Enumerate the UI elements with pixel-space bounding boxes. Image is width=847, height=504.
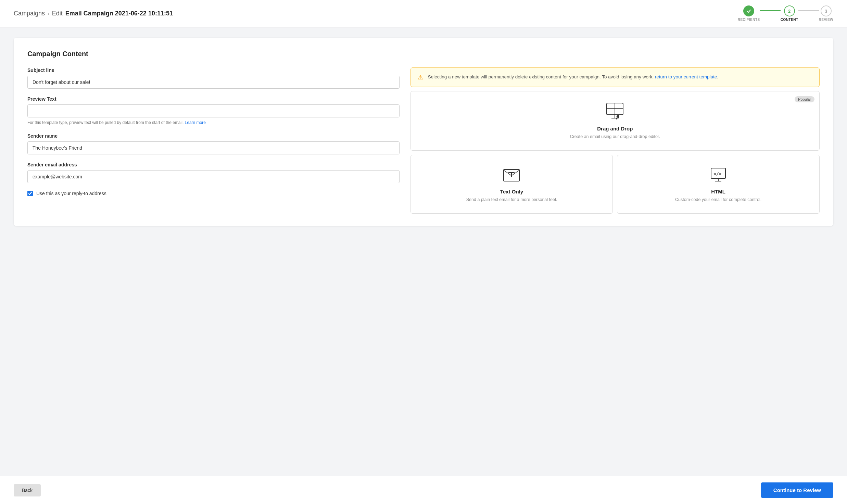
breadcrumb-prefix: Edit bbox=[52, 10, 63, 17]
breadcrumb-separator: › bbox=[48, 11, 49, 16]
step-circle-2: 2 bbox=[784, 5, 795, 16]
step-label-3: REVIEW bbox=[819, 18, 833, 22]
breadcrumb: Campaigns › Edit Email Campaign 2021-06-… bbox=[14, 10, 173, 17]
template-html[interactable]: </> HTML Custom-code your email for comp… bbox=[617, 155, 820, 214]
step-connector-1 bbox=[760, 10, 781, 11]
step-review: 3 REVIEW bbox=[819, 5, 833, 22]
step-circle-1 bbox=[743, 5, 754, 16]
warning-icon: ⚠ bbox=[418, 74, 423, 81]
stepper: RECIPIENTS 2 CONTENT 3 REVIEW bbox=[738, 5, 833, 22]
sender-name-group: Sender name bbox=[27, 133, 400, 154]
warning-banner: ⚠ Selecting a new template will permanen… bbox=[410, 67, 820, 87]
sender-email-group: Sender email address bbox=[27, 162, 400, 183]
sender-name-input[interactable] bbox=[27, 141, 400, 154]
campaign-content-card: Campaign Content Subject line Preview Te… bbox=[14, 38, 833, 226]
step-recipients: RECIPIENTS bbox=[738, 5, 760, 22]
header: Campaigns › Edit Email Campaign 2021-06-… bbox=[0, 0, 847, 27]
left-column: Subject line Preview Text For this templ… bbox=[27, 67, 400, 214]
step-circle-3: 3 bbox=[821, 5, 832, 16]
content-grid: Subject line Preview Text For this templ… bbox=[27, 67, 820, 214]
preview-text-hint: For this template type, preview text wil… bbox=[27, 119, 400, 126]
step-content: 2 CONTENT bbox=[781, 5, 798, 22]
drag-drop-icon bbox=[604, 102, 626, 121]
learn-more-link[interactable]: Learn more bbox=[185, 120, 206, 125]
subject-line-input[interactable] bbox=[27, 76, 400, 89]
step-connector-2 bbox=[798, 10, 819, 11]
preview-text-label: Preview Text bbox=[27, 96, 400, 102]
template-cards-row: Text Only Send a plain text email for a … bbox=[410, 155, 820, 214]
reply-to-checkbox-row: Use this as your reply-to address bbox=[27, 191, 400, 196]
preview-text-group: Preview Text For this template type, pre… bbox=[27, 96, 400, 126]
preview-text-input[interactable] bbox=[27, 104, 400, 117]
template-text-only[interactable]: Text Only Send a plain text email for a … bbox=[410, 155, 613, 214]
svg-text:</>: </> bbox=[713, 171, 722, 176]
card-title: Campaign Content bbox=[27, 50, 820, 58]
text-only-desc: Send a plain text email for a more perso… bbox=[466, 197, 557, 203]
subject-line-label: Subject line bbox=[27, 67, 400, 73]
svg-rect-7 bbox=[511, 173, 512, 177]
back-button[interactable]: Back bbox=[14, 484, 41, 496]
popular-badge: Popular bbox=[795, 96, 814, 102]
drag-drop-desc: Create an email using our drag-and-drop … bbox=[570, 134, 660, 140]
svg-rect-6 bbox=[508, 172, 515, 173]
right-column: ⚠ Selecting a new template will permanen… bbox=[410, 67, 820, 214]
html-desc: Custom-code your email for complete cont… bbox=[675, 197, 761, 203]
step-label-1: RECIPIENTS bbox=[738, 18, 760, 22]
sender-email-label: Sender email address bbox=[27, 162, 400, 167]
text-only-icon bbox=[502, 165, 521, 184]
subject-line-group: Subject line bbox=[27, 67, 400, 89]
sender-name-label: Sender name bbox=[27, 133, 400, 139]
html-name: HTML bbox=[711, 189, 725, 194]
return-template-link[interactable]: return to your current template bbox=[655, 74, 717, 79]
footer: Back Continue to Review bbox=[0, 476, 847, 504]
continue-to-review-button[interactable]: Continue to Review bbox=[761, 482, 833, 498]
template-cards: Popular bbox=[410, 91, 820, 214]
page-title: Email Campaign 2021-06-22 10:11:51 bbox=[65, 10, 173, 17]
reply-to-label[interactable]: Use this as your reply-to address bbox=[36, 191, 106, 196]
step-label-2: CONTENT bbox=[781, 18, 798, 22]
template-drag-drop[interactable]: Popular bbox=[410, 91, 820, 151]
reply-to-checkbox[interactable] bbox=[27, 191, 33, 196]
html-icon: </> bbox=[709, 165, 728, 184]
warning-text: Selecting a new template will permanentl… bbox=[428, 73, 718, 81]
drag-drop-name: Drag and Drop bbox=[597, 126, 633, 131]
sender-email-input[interactable] bbox=[27, 170, 400, 183]
main-content: Campaign Content Subject line Preview Te… bbox=[0, 27, 847, 236]
text-only-name: Text Only bbox=[500, 189, 523, 194]
breadcrumb-campaigns[interactable]: Campaigns bbox=[14, 10, 45, 17]
